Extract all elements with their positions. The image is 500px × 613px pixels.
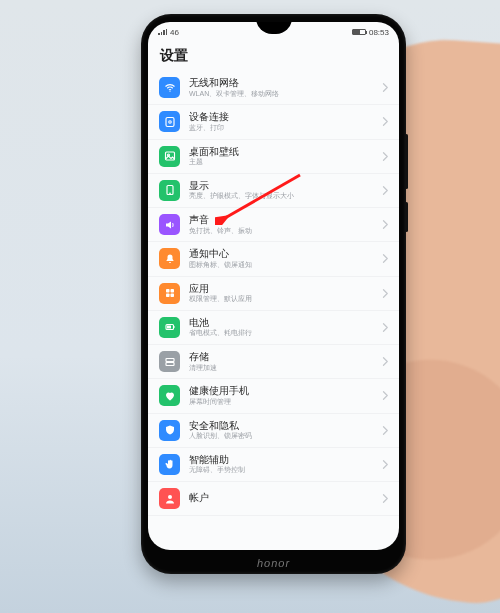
svg-rect-9 (166, 294, 170, 298)
svg-point-2 (168, 121, 171, 124)
chevron-right-icon (378, 357, 388, 366)
row-text: 智能辅助无障碍、手势控制 (189, 454, 378, 475)
sound-icon (159, 214, 180, 235)
heart-icon (159, 385, 180, 406)
row-text: 桌面和壁纸主题 (189, 146, 378, 167)
chevron-right-icon (378, 117, 388, 126)
settings-row[interactable]: 通知中心图标角标、锁屏通知 (148, 242, 399, 276)
settings-list[interactable]: 无线和网络WLAN、双卡管理、移动网络设备连接蓝牙、打印桌面和壁纸主题显示亮度、… (148, 71, 399, 516)
row-title: 电池 (189, 317, 378, 330)
row-text: 无线和网络WLAN、双卡管理、移动网络 (189, 77, 378, 98)
carrier-label: 46 (170, 28, 179, 37)
row-text: 电池省电模式、耗电排行 (189, 317, 378, 338)
row-title: 显示 (189, 180, 378, 193)
row-text: 应用权限管理、默认应用 (189, 283, 378, 304)
phone-screen: 46 08:53 设置 无线和网络WLAN、双卡管理、移动网络设备连接蓝牙、打印… (148, 22, 399, 550)
row-title: 桌面和壁纸 (189, 146, 378, 159)
row-title: 设备连接 (189, 111, 378, 124)
svg-rect-3 (165, 152, 174, 160)
settings-row[interactable]: 无线和网络WLAN、双卡管理、移动网络 (148, 71, 399, 105)
wifi-icon (159, 77, 180, 98)
row-text: 存储清理加速 (189, 351, 378, 372)
battery-icon (159, 317, 180, 338)
row-subtitle: 清理加速 (189, 364, 378, 373)
picture-icon (159, 146, 180, 167)
chevron-right-icon (378, 152, 388, 161)
row-text: 安全和隐私人脸识别、锁屏密码 (189, 420, 378, 441)
clock: 08:53 (369, 28, 389, 37)
row-title: 无线和网络 (189, 77, 378, 90)
apps-icon (159, 283, 180, 304)
svg-rect-1 (166, 117, 174, 126)
settings-row[interactable]: 设备连接蓝牙、打印 (148, 105, 399, 139)
row-text: 显示亮度、护眼模式、字体与显示大小 (189, 180, 378, 201)
svg-point-16 (168, 495, 172, 499)
row-subtitle: 无障碍、手势控制 (189, 466, 378, 475)
row-title: 安全和隐私 (189, 420, 378, 433)
phone-frame: 46 08:53 设置 无线和网络WLAN、双卡管理、移动网络设备连接蓝牙、打印… (141, 14, 406, 574)
row-title: 声音 (189, 214, 378, 227)
user-icon (159, 488, 180, 509)
settings-row[interactable]: 显示亮度、护眼模式、字体与显示大小 (148, 174, 399, 208)
row-title: 帐户 (189, 492, 378, 505)
chevron-right-icon (378, 460, 388, 469)
row-text: 帐户 (189, 492, 378, 505)
settings-row[interactable]: 声音免打扰、铃声、振动 (148, 208, 399, 242)
chevron-right-icon (378, 254, 388, 263)
settings-row[interactable]: 电池省电模式、耗电排行 (148, 311, 399, 345)
chevron-right-icon (378, 289, 388, 298)
row-subtitle: 屏幕时间管理 (189, 398, 378, 407)
svg-rect-13 (167, 326, 171, 329)
signal-icon (158, 29, 167, 35)
chevron-right-icon (378, 186, 388, 195)
battery-icon (352, 29, 366, 35)
row-title: 应用 (189, 283, 378, 296)
chevron-right-icon (378, 426, 388, 435)
page-title: 设置 (148, 40, 399, 71)
row-subtitle: 亮度、护眼模式、字体与显示大小 (189, 192, 378, 201)
volume-button (405, 134, 408, 189)
row-title: 健康使用手机 (189, 385, 378, 398)
settings-row[interactable]: 智能辅助无障碍、手势控制 (148, 448, 399, 482)
row-subtitle: WLAN、双卡管理、移动网络 (189, 90, 378, 99)
svg-point-0 (169, 91, 170, 92)
bell-icon (159, 248, 180, 269)
chevron-right-icon (378, 391, 388, 400)
row-subtitle: 权限管理、默认应用 (189, 295, 378, 304)
row-title: 存储 (189, 351, 378, 364)
svg-rect-10 (170, 294, 174, 298)
display-icon (159, 180, 180, 201)
shield-icon (159, 420, 180, 441)
row-title: 智能辅助 (189, 454, 378, 467)
link-icon (159, 111, 180, 132)
row-subtitle: 人脸识别、锁屏密码 (189, 432, 378, 441)
svg-rect-15 (166, 362, 174, 365)
chevron-right-icon (378, 494, 388, 503)
row-text: 健康使用手机屏幕时间管理 (189, 385, 378, 406)
settings-row[interactable]: 健康使用手机屏幕时间管理 (148, 379, 399, 413)
row-text: 通知中心图标角标、锁屏通知 (189, 248, 378, 269)
chevron-right-icon (378, 220, 388, 229)
row-text: 声音免打扰、铃声、振动 (189, 214, 378, 235)
chevron-right-icon (378, 83, 388, 92)
row-title: 通知中心 (189, 248, 378, 261)
svg-rect-7 (166, 289, 170, 293)
svg-rect-14 (166, 358, 174, 361)
row-subtitle: 蓝牙、打印 (189, 124, 378, 133)
settings-row[interactable]: 存储清理加速 (148, 345, 399, 379)
row-subtitle: 图标角标、锁屏通知 (189, 261, 378, 270)
settings-row[interactable]: 帐户 (148, 482, 399, 516)
svg-rect-12 (173, 326, 174, 328)
row-subtitle: 免打扰、铃声、振动 (189, 227, 378, 236)
hand-icon (159, 454, 180, 475)
row-subtitle: 省电模式、耗电排行 (189, 329, 378, 338)
svg-rect-8 (170, 289, 174, 293)
chevron-right-icon (378, 323, 388, 332)
settings-row[interactable]: 应用权限管理、默认应用 (148, 277, 399, 311)
row-text: 设备连接蓝牙、打印 (189, 111, 378, 132)
storage-icon (159, 351, 180, 372)
row-subtitle: 主题 (189, 158, 378, 167)
settings-row[interactable]: 桌面和壁纸主题 (148, 140, 399, 174)
settings-row[interactable]: 安全和隐私人脸识别、锁屏密码 (148, 414, 399, 448)
power-button (405, 202, 408, 232)
